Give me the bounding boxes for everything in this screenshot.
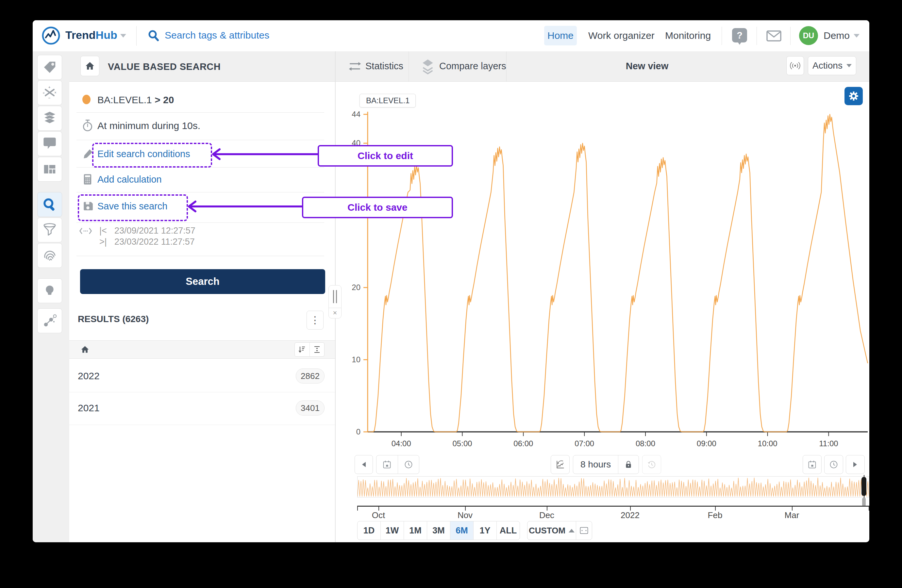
results-sort-controls bbox=[294, 342, 324, 357]
rail-search-button[interactable] bbox=[37, 192, 62, 217]
nav-home[interactable]: Home bbox=[544, 26, 577, 45]
pan-left-button[interactable] bbox=[355, 455, 373, 474]
rail-comments-button[interactable] bbox=[37, 131, 62, 156]
rail-context-items-button[interactable] bbox=[37, 308, 62, 333]
svg-text:−: − bbox=[49, 96, 51, 100]
add-calculation-link[interactable]: Add calculation bbox=[97, 174, 162, 185]
svg-text:÷: ÷ bbox=[42, 91, 45, 95]
search-button[interactable]: Search bbox=[80, 269, 325, 294]
stopwatch-icon bbox=[81, 119, 94, 132]
global-search-input[interactable]: Search tags & attributes bbox=[165, 30, 269, 41]
collapse-all-button[interactable] bbox=[310, 342, 324, 357]
results-menu-button[interactable]: ⋮ bbox=[307, 311, 324, 330]
range-start-value[interactable]: 23/09/2021 12:27:57 bbox=[114, 226, 196, 236]
range-1m-button[interactable]: 1M bbox=[404, 521, 427, 540]
toolbar-separator bbox=[409, 52, 409, 81]
overview-minimap[interactable] bbox=[357, 476, 869, 497]
top-bar: TrendHub Search tags & attributes Home W… bbox=[33, 20, 869, 52]
user-menu[interactable]: Demo bbox=[824, 26, 850, 45]
end-time-button[interactable] bbox=[824, 455, 843, 474]
range-6m-button[interactable]: 6M bbox=[450, 521, 473, 540]
tab-statistics[interactable]: Statistics bbox=[365, 61, 403, 72]
compare-layers-icon bbox=[421, 58, 435, 75]
rail-tag-button[interactable] bbox=[37, 55, 62, 80]
duration-text[interactable]: At minimum during 10s. bbox=[97, 120, 200, 131]
rail-calculations-button[interactable]: + ÷ × − bbox=[37, 80, 62, 105]
range-1y-button[interactable]: 1Y bbox=[473, 521, 496, 540]
mail-icon[interactable] bbox=[766, 30, 781, 42]
actions-button[interactable]: Actions bbox=[808, 56, 856, 75]
result-row-label[interactable]: 2022 bbox=[78, 371, 100, 382]
result-row-count: 2862 bbox=[296, 369, 324, 383]
avatar[interactable]: DU bbox=[799, 26, 818, 45]
history-button[interactable] bbox=[642, 455, 661, 474]
save-arrow bbox=[185, 200, 304, 213]
range-end-value[interactable]: 23/03/2022 11:27:57 bbox=[114, 237, 195, 247]
timeline-month-label: Feb bbox=[695, 510, 734, 521]
range-end-marker-icon: >| bbox=[99, 237, 107, 247]
timeline-month-label: Nov bbox=[445, 510, 485, 521]
range-1w-button[interactable]: 1W bbox=[381, 521, 404, 540]
search-icon bbox=[148, 30, 160, 42]
tab-compare-layers[interactable]: Compare layers bbox=[439, 61, 506, 72]
statistics-icon bbox=[348, 60, 362, 72]
time-range-icon bbox=[79, 227, 92, 235]
query-summary[interactable]: BA:LEVEL.1 > 20 bbox=[97, 94, 174, 105]
timeline-tick bbox=[869, 506, 869, 511]
topbar-separator bbox=[756, 27, 757, 45]
brand-menu-caret-icon[interactable] bbox=[120, 34, 126, 38]
broadcast-icon bbox=[789, 60, 801, 71]
layers-icon bbox=[42, 111, 57, 126]
home-column-icon bbox=[80, 345, 89, 354]
rail-recommendations-button[interactable] bbox=[37, 278, 62, 303]
minimap-handle-grip[interactable] bbox=[862, 498, 866, 506]
divider bbox=[77, 222, 324, 223]
click-to-save-callout: Click to save bbox=[302, 197, 453, 218]
svg-text:×: × bbox=[54, 91, 56, 94]
timeline-tick bbox=[357, 506, 358, 511]
trendhub-logo-icon bbox=[42, 26, 61, 45]
minimap-selection-handle[interactable] bbox=[861, 477, 866, 496]
calendar-icon bbox=[808, 460, 817, 469]
rail-fingerprint-button[interactable] bbox=[37, 243, 62, 268]
range-1d-button[interactable]: 1D bbox=[357, 521, 381, 540]
fit-selection-button[interactable] bbox=[576, 521, 592, 540]
compress-y-axis-button[interactable] bbox=[551, 455, 570, 474]
minimap-series bbox=[357, 477, 869, 497]
result-row-label[interactable]: 2021 bbox=[78, 402, 100, 414]
svg-text:20: 20 bbox=[352, 283, 360, 292]
sort-descending-button[interactable] bbox=[295, 342, 310, 357]
help-icon[interactable]: ? bbox=[732, 28, 747, 42]
toolbar-separator bbox=[506, 52, 507, 81]
left-icon-rail: + ÷ × − bbox=[33, 51, 70, 542]
brand-name[interactable]: TrendHub bbox=[65, 29, 117, 42]
trend-chart[interactable]: 0102030404404:0005:0006:0007:0008:0009:0… bbox=[336, 82, 869, 455]
range-all-button[interactable]: ALL bbox=[496, 521, 520, 540]
pan-right-button[interactable] bbox=[846, 455, 865, 474]
rail-dashboards-button[interactable] bbox=[37, 157, 62, 181]
fit-selection-icon bbox=[580, 527, 588, 534]
lock-interval-button[interactable] bbox=[618, 455, 639, 474]
user-menu-caret-icon[interactable] bbox=[853, 34, 860, 38]
range-3m-button[interactable]: 3M bbox=[427, 521, 450, 540]
divider bbox=[77, 256, 324, 256]
compress-chart-icon bbox=[556, 460, 565, 469]
end-date-button[interactable] bbox=[803, 455, 822, 474]
nav-monitoring[interactable]: Monitoring bbox=[665, 26, 711, 45]
nav-work-organizer[interactable]: Work organizer bbox=[588, 26, 655, 45]
start-time-button[interactable] bbox=[398, 455, 419, 474]
topbar-separator bbox=[790, 27, 791, 45]
panel-home-button[interactable] bbox=[80, 56, 99, 76]
custom-range-button[interactable]: CUSTOM bbox=[528, 521, 576, 540]
save-highlight-box bbox=[78, 194, 188, 221]
search-icon bbox=[42, 197, 58, 212]
interval-label[interactable]: 8 hours bbox=[573, 455, 618, 474]
calendar-icon bbox=[382, 460, 391, 469]
home-icon bbox=[85, 61, 95, 71]
custom-range-controls: CUSTOM bbox=[527, 521, 592, 540]
range-start-marker-icon: |< bbox=[99, 226, 107, 236]
rail-layers-button[interactable] bbox=[37, 106, 62, 131]
live-mode-button[interactable] bbox=[786, 56, 804, 75]
start-date-button[interactable] bbox=[376, 455, 398, 474]
rail-filter-button[interactable] bbox=[37, 217, 62, 242]
